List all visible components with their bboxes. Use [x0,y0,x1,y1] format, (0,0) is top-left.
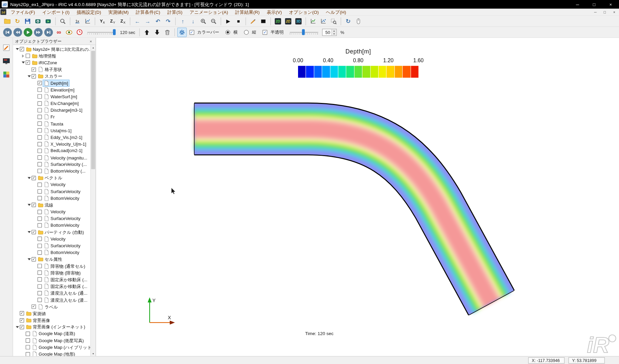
tree-item-checkbox[interactable]: ✓ [20,47,24,51]
tree-item[interactable]: ✓背景画像 (インターネット) [13,324,96,330]
face-zx-button[interactable]: ZX [118,16,127,26]
view-3d-button[interactable]: 3D [294,16,303,26]
tree-collapse-icon[interactable] [14,48,20,50]
tree-item-checkbox[interactable] [37,115,42,119]
tree-item-checkbox[interactable] [37,250,42,255]
tree-item[interactable]: ✓背景画像 [13,317,96,324]
maximize-button[interactable]: □ [586,0,602,9]
tree-item-checkbox[interactable] [37,108,42,112]
tree-scrollbar[interactable]: ▲ ▼ [90,45,95,356]
tree-item[interactable]: Velocity (magnitu... [13,154,96,161]
tree-item-checkbox[interactable] [37,101,42,106]
tree-item-checkbox[interactable] [37,135,42,140]
reset-rotation-button[interactable]: ↻ [344,16,353,26]
menu-item[interactable]: オプション(O) [285,10,322,14]
tree-item[interactable]: ✓流線 [13,202,96,208]
menu-item[interactable]: 描画設定(D) [73,10,105,14]
undo-button[interactable]: ↶ [153,16,163,26]
menu-item[interactable]: アニメーション(A) [186,10,231,14]
time-slider-handle[interactable] [113,29,116,35]
visualization-canvas[interactable]: Depth[m] 0.000.400.801.201.60 Y X Time: … [96,38,619,356]
tree-item[interactable]: ✓Nays2d+ 簡単に3次元流れの... [13,46,96,52]
mdi-close-button[interactable]: × [610,9,619,15]
view-2d-button[interactable]: 2D [273,16,283,26]
tree-item-checkbox[interactable] [37,162,42,167]
tree-item[interactable]: Fr [13,113,96,120]
time-slider[interactable] [87,29,116,35]
pan-up-button[interactable]: ↑ [178,16,188,26]
menu-item[interactable]: 実測値(M) [105,10,132,14]
tree-item-checkbox[interactable]: ✓ [32,67,36,72]
tree-item[interactable]: Elv.Change[m] [13,100,96,107]
run-solver-button[interactable]: ▶ [223,16,233,26]
tree-item[interactable]: Usta[ms-1] [13,127,96,134]
tree-item-checkbox[interactable] [37,270,42,275]
tree-item-checkbox[interactable]: ✓ [26,61,30,65]
tree-item-checkbox[interactable] [26,54,30,58]
goto-end-button[interactable] [44,28,53,37]
tree-item[interactable]: ✓スカラー [13,73,96,80]
tree-item[interactable]: BottomVelocity (... [13,168,96,175]
menu-item[interactable]: 表示(V) [263,10,285,14]
object-browser-close-icon[interactable]: × [88,38,93,44]
tree-item-checkbox[interactable]: ✓ [20,311,24,316]
tree-item-checkbox[interactable] [37,291,42,295]
tree-collapse-icon[interactable] [27,258,32,260]
tree-item-checkbox[interactable] [26,338,30,343]
tree-item-checkbox[interactable]: ✓ [32,304,36,309]
move-up-button[interactable] [142,27,151,37]
menu-item[interactable]: ファイル(F) [7,10,39,14]
history-back-button[interactable]: ← [133,16,142,26]
tree-item[interactable]: 障害物 (障害物) [13,269,96,276]
tree-item[interactable]: 濃度注入セル (濃... [13,296,96,303]
tree-collapse-icon[interactable] [27,177,32,179]
tree-collapse-icon[interactable] [27,231,32,233]
view-2d-bird-button[interactable]: 2D [284,16,293,26]
colormap-tool-button[interactable] [1,69,11,79]
edit-note-tool-button[interactable] [1,43,11,53]
scrollbar-thumb[interactable] [91,51,95,169]
opacity-slider[interactable] [290,29,318,35]
stop-solver-button[interactable]: ■ [234,16,243,26]
tree-item-checkbox[interactable] [37,95,42,99]
tree-item[interactable]: 固定床か移動床 (... [13,276,96,283]
tree-item-checkbox[interactable]: ✓ [32,74,36,78]
tree-item[interactable]: BottomVelocity [13,249,96,256]
spin-down-icon[interactable]: ▼ [332,32,336,35]
tree-item-checkbox[interactable]: ✓ [32,176,36,180]
monitor-tool-button[interactable] [1,56,11,66]
menu-item[interactable]: 計算(S) [164,10,186,14]
play-button[interactable] [24,28,32,37]
settings-button[interactable] [177,27,187,37]
tree-item-checkbox[interactable] [37,128,42,133]
tree-item-checkbox[interactable] [37,169,42,173]
tree-item[interactable]: Velocity [13,235,96,242]
mouse-hint-button[interactable] [354,16,363,26]
visibility-button[interactable] [65,28,73,37]
tree-item[interactable]: X_Velocity_U[m-1] [13,141,96,147]
tree-item[interactable]: BottomVelocity [13,222,96,229]
tree-item-checkbox[interactable]: ✓ [32,257,36,261]
tree-item[interactable]: ✓格子形状 [13,66,96,73]
minimize-button[interactable]: ─ [569,0,586,9]
step-back-button[interactable] [13,28,22,37]
menu-item[interactable]: 計算結果(R) [232,10,263,14]
tree-expand-icon[interactable] [21,54,26,58]
tree-item-checkbox[interactable] [37,244,42,248]
edit-pencil-button[interactable] [248,16,258,26]
tree-item-checkbox[interactable] [26,352,30,356]
time-format-button[interactable]: 1x [73,16,82,26]
menu-item[interactable]: ヘルプ(H) [322,10,350,14]
tree-item[interactable]: Tausta [13,120,96,127]
tree-item[interactable]: 濃度注入セル (通... [13,290,96,296]
orientation-horizontal-radio[interactable] [226,30,230,35]
menu-item[interactable]: 計算条件(C) [132,10,164,14]
tree-item[interactable]: 障害物 (通常セル) [13,263,96,269]
tree-item-checkbox[interactable] [26,332,30,336]
tree-collapse-icon[interactable] [21,62,26,64]
tree-item[interactable]: Google Map (地形) [13,351,96,356]
graph-scatter-button[interactable] [319,16,328,26]
tree-item[interactable]: SurfaceVelocity [13,242,96,249]
zoom-in-button[interactable] [199,16,208,26]
tree-item[interactable]: ✓セル属性 [13,256,96,263]
